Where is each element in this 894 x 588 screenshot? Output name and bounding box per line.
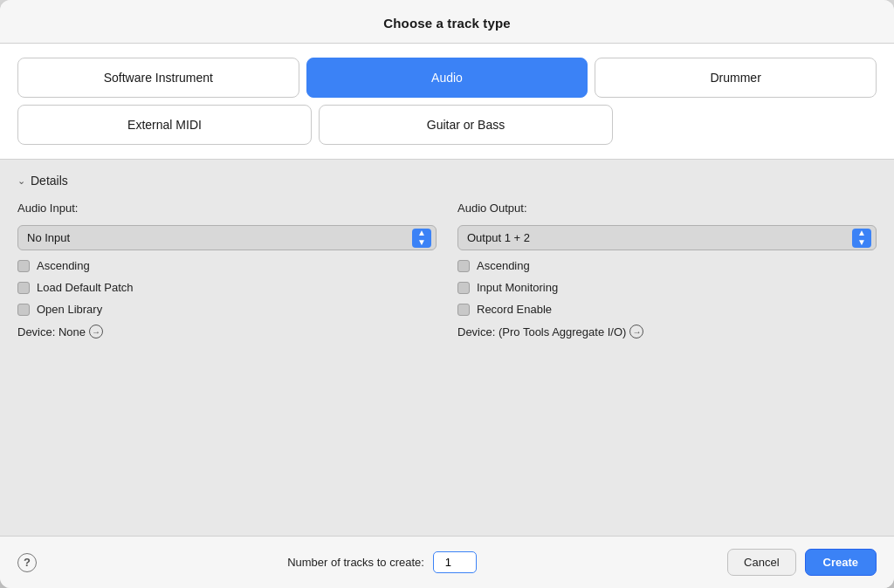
details-right-col: Audio Output: Output 1 + 2 ▲ ▼ Ascending <box>457 202 877 338</box>
input-monitoring-row: Input Monitoring <box>457 281 877 294</box>
audio-input-label: Audio Input: <box>17 202 437 215</box>
ascending-right-label: Ascending <box>477 259 530 272</box>
left-device-circle-icon[interactable]: → <box>89 325 103 338</box>
chevron-icon: ⌄ <box>17 175 25 187</box>
footer-center: Number of tracks to create: <box>287 551 477 573</box>
audio-input-select[interactable]: No Input <box>17 225 437 250</box>
load-default-patch-label: Load Default Patch <box>37 281 134 294</box>
left-device-row: Device: None → <box>17 325 437 338</box>
track-btn-drummer[interactable]: Drummer <box>595 58 877 98</box>
track-type-section: Software Instrument Audio Drummer Extern… <box>0 44 894 160</box>
track-type-row2: External MIDI Guitar or Bass <box>17 105 613 145</box>
ascending-right-checkbox[interactable] <box>457 260 470 272</box>
right-device-row: Device: (Pro Tools Aggregate I/O) → <box>457 325 877 338</box>
dialog-header: Choose a track type <box>0 0 894 44</box>
tracks-label: Number of tracks to create: <box>287 556 424 569</box>
cancel-button[interactable]: Cancel <box>727 549 795 576</box>
track-btn-external-midi[interactable]: External MIDI <box>17 105 312 145</box>
right-device-circle-icon[interactable]: → <box>629 325 643 338</box>
track-count-input[interactable] <box>433 551 477 573</box>
open-library-checkbox[interactable] <box>17 304 30 316</box>
dialog: Choose a track type Software Instrument … <box>0 0 894 588</box>
details-section-label: Details <box>31 174 68 188</box>
record-enable-row: Record Enable <box>457 303 877 316</box>
ascending-left-checkbox[interactable] <box>17 260 30 272</box>
ascending-left-label: Ascending <box>37 259 90 272</box>
dialog-title: Choose a track type <box>383 16 510 31</box>
ascending-right-row: Ascending <box>457 259 877 272</box>
track-btn-audio[interactable]: Audio <box>306 58 588 98</box>
open-library-row: Open Library <box>17 303 437 316</box>
load-default-patch-checkbox[interactable] <box>17 282 30 294</box>
ascending-left-row: Ascending <box>17 259 437 272</box>
details-header: ⌄ Details <box>17 174 877 188</box>
details-left-col: Audio Input: No Input ▲ ▼ Ascending <box>17 202 437 338</box>
audio-input-select-wrapper: No Input ▲ ▼ <box>17 225 437 250</box>
audio-output-select-wrapper: Output 1 + 2 ▲ ▼ <box>457 225 877 250</box>
track-type-row1: Software Instrument Audio Drummer <box>17 58 877 98</box>
footer-right: Cancel Create <box>727 549 877 576</box>
details-section: ⌄ Details Audio Input: No Input ▲ ▼ <box>0 160 894 536</box>
input-monitoring-label: Input Monitoring <box>477 281 558 294</box>
create-button[interactable]: Create <box>805 549 877 576</box>
track-btn-software-instrument[interactable]: Software Instrument <box>17 58 299 98</box>
audio-output-select[interactable]: Output 1 + 2 <box>457 225 877 250</box>
right-device-label: Device: (Pro Tools Aggregate I/O) <box>457 325 626 338</box>
details-grid: Audio Input: No Input ▲ ▼ Ascending <box>17 202 877 338</box>
record-enable-label: Record Enable <box>477 303 552 316</box>
load-default-patch-row: Load Default Patch <box>17 281 437 294</box>
track-btn-guitar-or-bass[interactable]: Guitar or Bass <box>319 105 613 145</box>
left-device-label: Device: None <box>17 325 86 338</box>
open-library-label: Open Library <box>37 303 102 316</box>
record-enable-checkbox[interactable] <box>457 304 470 316</box>
help-button[interactable]: ? <box>17 553 37 572</box>
dialog-footer: ? Number of tracks to create: Cancel Cre… <box>0 536 894 588</box>
audio-output-label: Audio Output: <box>457 202 877 215</box>
input-monitoring-checkbox[interactable] <box>457 282 470 294</box>
